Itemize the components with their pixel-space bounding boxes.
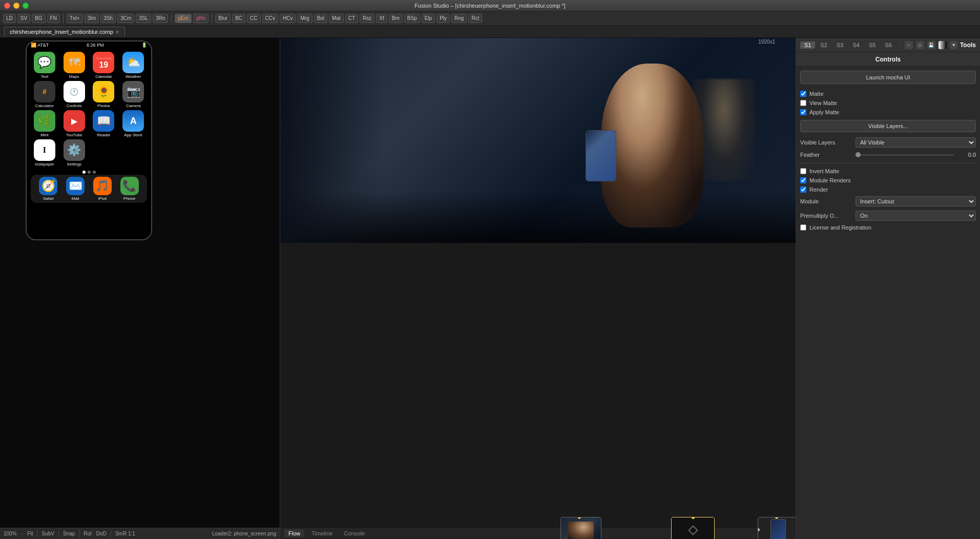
- minimize-button[interactable]: [13, 3, 19, 9]
- toolbar-btn-mrg[interactable]: Mrg: [297, 14, 312, 23]
- dock-mail[interactable]: ✉️ Mail: [66, 177, 85, 201]
- render-checkbox[interactable]: [800, 186, 806, 193]
- left-smr[interactable]: SmR 1:1: [114, 531, 137, 536]
- left-zoom[interactable]: 100%: [2, 531, 18, 536]
- app-instapaper[interactable]: I Instapaper: [31, 139, 58, 167]
- dock-safari[interactable]: 🧭 Safari: [39, 177, 57, 201]
- session-tab-s1[interactable]: S1: [800, 42, 815, 49]
- toolbar-btn-rsz[interactable]: Rsz: [360, 14, 374, 23]
- battery-label: 🔋: [141, 43, 147, 48]
- view-matte-checkbox[interactable]: [800, 100, 806, 106]
- app-calendar[interactable]: Saturday 19 Calendar: [90, 52, 118, 79]
- toolbar-btn-ply[interactable]: Ply: [436, 14, 450, 23]
- node-phone-screen[interactable]: phone_scree...: [758, 517, 796, 539]
- toolbar-btn-sv[interactable]: SV: [17, 14, 30, 23]
- app-calculator[interactable]: # Calculator: [31, 81, 58, 108]
- node-opening-shot[interactable]: Opening Sh...: [560, 517, 601, 539]
- visible-layers-btn[interactable]: Visible Layers...: [800, 120, 976, 132]
- titlebar: Fusion Studio – [chirsheuerphone_insert_…: [0, 0, 980, 11]
- maximize-button[interactable]: [23, 3, 29, 9]
- session-tab-s2[interactable]: S2: [816, 42, 831, 49]
- toolbar-btn-ld[interactable]: LD: [3, 14, 16, 23]
- module-label: Module: [800, 198, 851, 204]
- app-mint[interactable]: 🌿 Mint: [31, 110, 58, 137]
- toolbar-btn-bg[interactable]: BG: [32, 14, 45, 23]
- invert-matte-checkbox[interactable]: [800, 168, 806, 174]
- session-tab-s4[interactable]: S4: [848, 42, 863, 49]
- close-button[interactable]: [4, 3, 10, 9]
- dock-ipod[interactable]: 🎵 iPod: [93, 177, 112, 201]
- module-renders-checkbox[interactable]: [800, 177, 806, 183]
- node-mocha-pro1[interactable]: mochaPro1: [671, 517, 715, 539]
- app-clock[interactable]: 🕐 Controls: [60, 81, 88, 108]
- ctrl-icon-circle[interactable]: ○: [905, 41, 913, 49]
- toolbar-btn-blur[interactable]: Blur: [215, 14, 231, 23]
- license-label: License and Registration: [809, 224, 871, 231]
- toolbar-btn-mat[interactable]: Mat: [329, 14, 344, 23]
- render-row: Render: [800, 185, 976, 194]
- left-viewer-toolbar: 100% · Fit SubV Snap RoI DoD SmR 1:1 Loa…: [0, 528, 280, 539]
- toolbar-btn-txt[interactable]: Txt+: [67, 14, 83, 23]
- session-tab-s3[interactable]: S3: [832, 42, 847, 49]
- ctrl-icon-diamond[interactable]: ◇: [916, 41, 924, 49]
- app-settings[interactable]: ⚙️ Settings: [60, 139, 88, 167]
- toolbar-btn-3sl[interactable]: 3SL: [136, 14, 151, 23]
- toolbar-btn-bsp[interactable]: BSp: [404, 14, 420, 23]
- tab-close-icon[interactable]: ✕: [115, 29, 119, 35]
- app-maps[interactable]: 🗺 Maps: [60, 52, 88, 79]
- app-weather[interactable]: ⛅ Weather: [119, 52, 147, 79]
- toolbar-btn-bm[interactable]: Bm: [389, 14, 403, 23]
- left-roi[interactable]: RoI: [82, 531, 93, 536]
- toolbar-btn-bol[interactable]: Bol: [314, 14, 327, 23]
- license-checkbox[interactable]: [800, 224, 806, 231]
- toolbar-btn-xf[interactable]: Xf: [376, 14, 387, 23]
- launch-mocha-btn[interactable]: Launch mocha UI: [800, 71, 976, 84]
- toolbar-btn-hcv[interactable]: HCv: [280, 14, 296, 23]
- left-subv[interactable]: SubV: [40, 531, 55, 536]
- session-tab-s6[interactable]: S6: [881, 42, 895, 49]
- visible-layers-select[interactable]: All Visible: [856, 137, 976, 148]
- toolbar-btn-bc[interactable]: BC: [232, 14, 245, 23]
- app-text[interactable]: 💬 Text: [31, 52, 58, 79]
- premultiply-select[interactable]: On: [856, 211, 976, 221]
- toolbar-btn-cc[interactable]: CC: [247, 14, 260, 23]
- tabbar: chirsheuerphone_insert_motionblur.comp ✕: [0, 26, 980, 38]
- comp-tab[interactable]: chirsheuerphone_insert_motionblur.comp ✕: [4, 27, 125, 37]
- app-camera[interactable]: 📷 Camera: [119, 81, 147, 108]
- session-tab-s5[interactable]: S5: [865, 42, 880, 49]
- feather-slider[interactable]: [856, 154, 954, 156]
- module-select[interactable]: Insert: Cutout: [856, 196, 976, 206]
- toolbar-btn-elp[interactable]: Elp: [422, 14, 435, 23]
- toolbar-btn-3im[interactable]: 3Im: [85, 14, 99, 23]
- tab-flow[interactable]: Flow: [284, 529, 304, 537]
- left-snap[interactable]: Snap: [61, 531, 76, 536]
- toolbar-btn-3sh[interactable]: 3Sh: [100, 14, 116, 23]
- ctrl-icon-save[interactable]: 💾: [927, 41, 935, 49]
- tab-console[interactable]: Console: [340, 529, 368, 537]
- phone-screen-viewer: 📶 AT&T 6:26 PM 🔋 💬 Text 🗺 Maps Saturday: [26, 40, 152, 240]
- carrier-label: 📶 AT&T: [31, 43, 49, 48]
- toolbar-btn-rct[interactable]: Rct: [468, 14, 482, 23]
- app-youtube[interactable]: ▶ YouTube: [60, 110, 88, 137]
- apply-matte-checkbox[interactable]: [800, 109, 806, 115]
- toolbar-btn-ct[interactable]: CT: [345, 14, 358, 23]
- ctrl-icon-color[interactable]: [939, 41, 947, 49]
- left-fit[interactable]: Fit: [26, 531, 34, 536]
- feather-thumb[interactable]: [856, 152, 861, 157]
- toolbar-btn-pem[interactable]: pEm: [175, 14, 192, 23]
- tab-timeline[interactable]: Timeline: [307, 529, 337, 537]
- dock-phone[interactable]: 📞 Phone: [120, 177, 139, 201]
- left-dod[interactable]: DoD: [95, 531, 108, 536]
- toolbar-btn-3cm[interactable]: 3Cm: [117, 14, 134, 23]
- toolbar-btn-rng[interactable]: Rng: [451, 14, 467, 23]
- matte-checkbox[interactable]: [800, 91, 806, 97]
- app-reader[interactable]: 📖 Reader: [90, 110, 118, 137]
- section-divider-1: [800, 163, 976, 163]
- app-photos[interactable]: 🌻 Photos: [90, 81, 118, 108]
- toolbar-btn-fn[interactable]: FN: [47, 14, 60, 23]
- toolbar-btn-prn[interactable]: pRn: [193, 14, 208, 23]
- toolbar-btn-ccv[interactable]: CCv: [262, 14, 278, 23]
- ctrl-icon-menu[interactable]: ▼: [950, 41, 958, 49]
- toolbar-btn-3rn[interactable]: 3Rn: [153, 14, 168, 23]
- app-appstore[interactable]: A App Store: [119, 110, 147, 137]
